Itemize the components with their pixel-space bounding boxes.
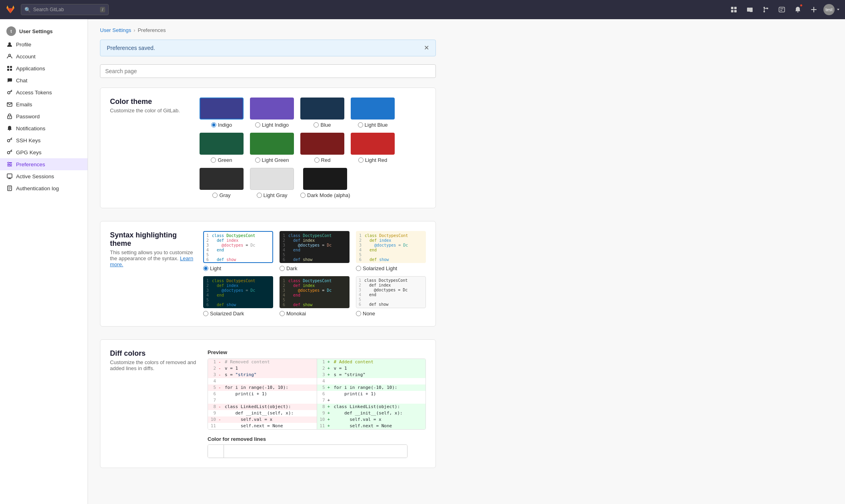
color-swatch-light-gray[interactable]: Light Gray — [250, 168, 294, 198]
syntax-preview-solarized-dark: 1class DoctypesCont 2 def index 3 @docty… — [203, 276, 273, 308]
syntax-radio-none[interactable]: None — [356, 311, 375, 317]
sidebar-item-password[interactable]: Password — [0, 110, 88, 122]
nav-book-icon[interactable] — [743, 3, 756, 16]
diff-line: 10- self.val = x — [208, 416, 317, 423]
color-swatch-light-red[interactable]: Light Red — [351, 133, 395, 163]
gitlab-logo[interactable] — [5, 4, 16, 15]
svg-rect-13 — [10, 69, 12, 71]
navbar: 🔍 Search GitLab / test — [0, 0, 845, 19]
syntax-radio-solarized-light[interactable]: Solarized Light — [356, 265, 397, 271]
color-radio-indigo[interactable]: Indigo — [211, 122, 232, 128]
nav-bell-icon[interactable] — [791, 3, 804, 16]
sidebar-item-account[interactable]: Account — [0, 50, 88, 62]
sidebar-item-ssh-keys[interactable]: SSH Keys — [0, 134, 88, 146]
sidebar-item-notifications[interactable]: Notifications — [0, 122, 88, 134]
syntax-radio-light[interactable]: Light — [203, 265, 221, 271]
search-page-input[interactable] — [100, 64, 436, 78]
svg-rect-11 — [10, 66, 12, 68]
breadcrumb-user-settings[interactable]: User Settings — [100, 27, 131, 33]
color-radio-blue[interactable]: Blue — [314, 122, 331, 128]
swatch-indigo — [200, 98, 244, 120]
color-swatch-gray[interactable]: Gray — [200, 168, 244, 198]
color-radio-light-gray[interactable]: Light Gray — [257, 192, 288, 198]
color-radio-gray[interactable]: Gray — [212, 192, 230, 198]
swatch-green — [200, 133, 244, 155]
color-radio-light-red[interactable]: Light Red — [358, 157, 388, 163]
sidebar-label-password: Password — [16, 114, 40, 120]
color-radio-light-indigo[interactable]: Light Indigo — [255, 122, 289, 128]
color-radio-red[interactable]: Red — [314, 157, 331, 163]
syntax-label-solarized-dark: Solarized Dark — [210, 311, 244, 317]
syntax-item-dark[interactable]: 1class DoctypesCont 2 def index 3 @docty… — [280, 231, 350, 271]
sidebar-item-preferences[interactable]: Preferences — [0, 158, 88, 170]
sidebar-item-access-tokens[interactable]: Access Tokens — [0, 86, 88, 98]
chat-icon — [6, 77, 13, 84]
color-swatch-light-green[interactable]: Light Green — [250, 133, 294, 163]
syntax-item-monokai[interactable]: 1class DoctypesCont 2 def index 3 @docty… — [280, 276, 350, 317]
flash-message: Preferences saved. — [107, 45, 155, 51]
diff-line: 10+ self.val = x — [317, 416, 426, 423]
swatch-light-green — [250, 133, 294, 155]
syntax-radio-dark[interactable]: Dark — [280, 265, 297, 271]
swatch-blue — [300, 98, 344, 120]
nav-issues-icon[interactable] — [775, 3, 788, 16]
syntax-radio-solarized-dark[interactable]: Solarized Dark — [203, 311, 244, 317]
svg-rect-2 — [731, 10, 733, 12]
diff-line: 9 def __init__(self, x): — [208, 410, 317, 416]
search-icon: 🔍 — [24, 7, 31, 13]
sidebar-label-gpg-keys: GPG Keys — [16, 149, 42, 155]
color-theme-layout: Color theme Customize the color of GitLa… — [110, 98, 426, 198]
diff-preview-container: Preview 1-# Removed content 2-v = 1 3-s … — [208, 349, 426, 458]
color-swatch-light-indigo[interactable]: Light Indigo — [250, 98, 294, 128]
svg-point-9 — [9, 54, 11, 56]
avatar: test — [823, 4, 835, 15]
sidebar-label-notifications: Notifications — [16, 126, 46, 131]
user-menu-btn[interactable]: test — [823, 4, 840, 15]
removed-color-swatch[interactable] — [208, 445, 224, 458]
flash-close-button[interactable]: ✕ — [424, 45, 429, 51]
syntax-row-2: 1class DoctypesCont 2 def index 3 @docty… — [203, 276, 426, 317]
color-swatch-light-blue[interactable]: Light Blue — [351, 98, 395, 128]
search-bar[interactable]: 🔍 Search GitLab / — [21, 4, 109, 15]
color-swatch-dark-mode[interactable]: Dark Mode (alpha) — [300, 168, 350, 198]
nav-merge-icon[interactable] — [759, 3, 772, 16]
syntax-item-solarized-light[interactable]: 1class DoctypesCont 2 def index 3 @docty… — [356, 231, 426, 271]
color-radio-green[interactable]: Green — [211, 157, 232, 163]
swatch-light-gray — [250, 168, 294, 190]
color-radio-light-green[interactable]: Light Green — [255, 157, 289, 163]
removed-color-hex-input[interactable] — [224, 445, 407, 458]
sidebar-label-active-sessions: Active Sessions — [16, 173, 54, 179]
sidebar-item-profile[interactable]: Profile — [0, 38, 88, 50]
sidebar-item-chat[interactable]: Chat — [0, 74, 88, 86]
color-swatch-red[interactable]: Red — [300, 133, 344, 163]
syntax-item-solarized-dark[interactable]: 1class DoctypesCont 2 def index 3 @docty… — [203, 276, 273, 317]
color-theme-section: Color theme Customize the color of GitLa… — [100, 88, 436, 208]
svg-rect-12 — [7, 69, 9, 71]
sidebar-item-active-sessions[interactable]: Active Sessions — [0, 170, 88, 182]
content-inner: User Settings › Preferences Preferences … — [88, 19, 448, 489]
sidebar-item-applications[interactable]: Applications — [0, 62, 88, 74]
emails-icon — [6, 101, 13, 108]
syntax-item-none[interactable]: 1class DoctypesCont 2 def index 3 @docty… — [356, 276, 426, 317]
color-radio-dark-mode[interactable]: Dark Mode (alpha) — [300, 192, 350, 198]
color-swatch-green[interactable]: Green — [200, 133, 244, 163]
diff-line: 3-s = "string" — [208, 372, 317, 378]
preferences-icon — [6, 161, 13, 167]
sidebar-item-emails[interactable]: Emails — [0, 98, 88, 110]
color-label-gray: Gray — [219, 192, 230, 198]
color-label-red: Red — [321, 157, 331, 163]
syntax-radio-monokai[interactable]: Monokai — [280, 311, 306, 317]
sidebar-item-auth-log[interactable]: Authentication log — [0, 182, 88, 194]
syntax-item-light[interactable]: 1class DoctypesCont 2 def index 3 @docty… — [203, 231, 273, 271]
color-swatch-indigo[interactable]: Indigo — [200, 98, 244, 128]
password-icon — [6, 113, 13, 120]
diff-line: 1+# Added content — [317, 359, 426, 365]
svg-point-5 — [763, 11, 765, 12]
nav-plus-icon[interactable] — [807, 3, 820, 16]
sidebar-item-gpg-keys[interactable]: GPG Keys — [0, 146, 88, 158]
sidebar: t User Settings Profile Account Applicat… — [0, 19, 88, 504]
sidebar-label-chat: Chat — [16, 78, 28, 84]
color-radio-light-blue[interactable]: Light Blue — [358, 122, 388, 128]
color-swatch-blue[interactable]: Blue — [300, 98, 344, 128]
nav-grid-icon[interactable] — [727, 3, 740, 16]
